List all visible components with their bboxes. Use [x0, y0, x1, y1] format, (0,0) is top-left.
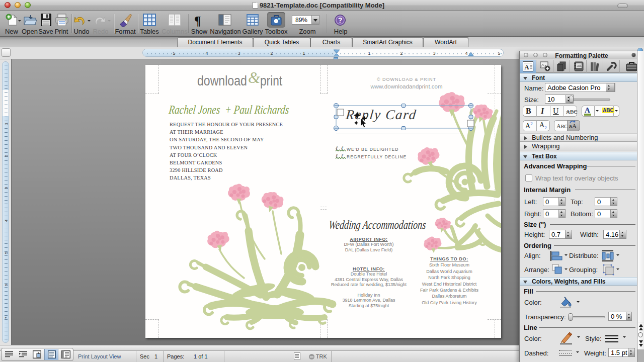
svg-text:7: 7	[4, 316, 9, 319]
svg-text:1: 1	[302, 51, 305, 56]
svg-text:A: A	[524, 63, 529, 71]
svg-text:5: 5	[498, 51, 500, 56]
svg-text:4: 4	[205, 51, 208, 56]
svg-text:3: 3	[433, 51, 435, 56]
svg-text:5: 5	[4, 251, 9, 254]
svg-text:3: 3	[237, 51, 240, 56]
svg-text:2: 2	[4, 154, 9, 157]
svg-text:4: 4	[465, 51, 467, 56]
svg-text:1: 1	[4, 122, 9, 125]
svg-text:4: 4	[4, 219, 9, 222]
svg-text:3: 3	[4, 187, 9, 189]
svg-text:2: 2	[400, 51, 403, 56]
svg-text:2: 2	[270, 51, 273, 56]
svg-text:?: ?	[338, 16, 343, 24]
svg-text:5: 5	[173, 51, 175, 56]
svg-text:6: 6	[4, 284, 9, 286]
svg-text:1: 1	[368, 51, 370, 56]
